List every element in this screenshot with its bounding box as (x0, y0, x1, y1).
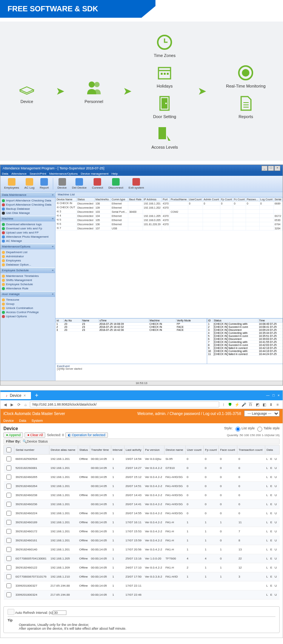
row-checkbox[interactable] (6, 565, 11, 570)
machine-list-grid[interactable]: Device NameStatusMachineNo.Comm.typeBaud… (55, 197, 283, 318)
row-checkbox[interactable] (6, 493, 11, 498)
sidebar-item[interactable]: Unlock Combination (0, 306, 55, 310)
sidebar-item[interactable]: Usb Disk Manage (0, 211, 55, 215)
row-checkbox[interactable] (6, 520, 11, 525)
shield-icon[interactable]: ⛊ (228, 402, 233, 407)
browser-tab[interactable]: ♪Device× (0, 392, 31, 399)
row-checkbox[interactable] (6, 574, 11, 579)
sidebar-item[interactable]: Download attendance logs (0, 222, 55, 226)
toolbar-disconnect[interactable]: Disconnect (106, 177, 126, 190)
row-checkbox[interactable] (6, 583, 11, 588)
sidebar-item[interactable]: Database Option... (0, 263, 55, 267)
sidebar-item[interactable]: Upload user info and FP (0, 231, 55, 235)
sidebar-item[interactable]: Department List (0, 250, 55, 254)
ext1-icon[interactable]: ◩ (255, 402, 260, 407)
new-tab-button[interactable]: + (31, 392, 42, 399)
menu-item[interactable]: Device (3, 419, 14, 423)
row-checkbox[interactable] (6, 466, 11, 470)
row-checkbox[interactable] (6, 538, 11, 543)
menu-item[interactable]: System (32, 419, 43, 423)
menu-item[interactable]: Data (2, 172, 8, 175)
ext2-icon[interactable]: ◧ (261, 402, 267, 407)
sidebar-item[interactable]: AC Manage (0, 239, 55, 243)
row-checkbox[interactable] (6, 456, 11, 461)
operation-button[interactable]: ◐ Operation for selected (65, 432, 108, 438)
panel-header[interactable]: Employee Schedule« (0, 267, 55, 273)
row-checkbox[interactable] (6, 556, 11, 561)
language-select[interactable]: --- Language --- (244, 410, 280, 417)
toolbar-employees[interactable]: Employees (2, 177, 22, 190)
minimize-button[interactable]: _ (261, 166, 268, 171)
url-input[interactable]: http://192.168.1.88:8082/iclock/data/icl… (30, 401, 219, 407)
toolbar-ac-log[interactable]: AC Log (22, 177, 37, 190)
sidebar-item[interactable]: Import Attendance Checking Data (0, 198, 55, 203)
sidebar-item[interactable]: Access Control Privilege (0, 310, 55, 314)
log-grid[interactable]: IdAc-NoNamesTimeMachineVerify Mode123232… (55, 318, 207, 364)
report-icon (236, 94, 255, 113)
panel-header[interactable]: Maintenance/Options« (0, 244, 55, 249)
sidebar-item[interactable]: Timezone (0, 298, 55, 302)
sidebar-item[interactable]: Attendance Photo Management (0, 235, 55, 239)
close-tab-icon[interactable]: × (24, 393, 26, 398)
sidebar-item[interactable]: Employee Schedule (0, 282, 55, 286)
interval-input[interactable]: 30 (53, 610, 66, 615)
toolbar-exit-system[interactable]: Exit system (126, 177, 146, 190)
sidebar-item[interactable]: Employees (0, 258, 55, 263)
close-button[interactable]: × (274, 166, 280, 171)
sidebar-item[interactable]: Maintenance Timetables (0, 274, 55, 278)
sidebar-item[interactable]: Group (0, 302, 55, 306)
options-icon[interactable]: ⫶ (221, 402, 226, 407)
download-icon[interactable]: ⬇ (268, 402, 274, 407)
toolbar-report[interactable]: Report (37, 177, 51, 190)
clearall-button[interactable]: ● Clear All (25, 432, 45, 438)
sidebar-item[interactable]: Administrator (0, 254, 55, 258)
reload-icon[interactable]: ⟳ (16, 402, 22, 407)
list-style-radio[interactable] (235, 427, 240, 432)
row-checkbox[interactable] (6, 502, 11, 507)
minimize-icon[interactable]: — (266, 393, 269, 397)
toolbar-device[interactable]: Device (55, 177, 69, 190)
menu-item[interactable]: Data (19, 419, 26, 423)
share-icon[interactable]: 百 (248, 402, 253, 407)
row-checkbox[interactable] (6, 475, 11, 480)
sidebar-item[interactable]: Attendance Rule (0, 286, 55, 290)
sidebar-item[interactable]: Export Attendance Checking Data (0, 203, 55, 207)
sidebar-item[interactable]: Upload Options (0, 314, 55, 318)
menu-item[interactable]: Attendance (11, 172, 26, 175)
close-icon[interactable]: × (278, 393, 280, 397)
bolt-icon[interactable]: ⚡ (234, 402, 240, 407)
sidebar-item[interactable]: Backup Database (0, 207, 55, 211)
node-accesslevels: Access Levels (151, 124, 178, 149)
device-table[interactable]: Serial numberDevice alias nameStatusTran… (3, 445, 280, 599)
filter-device-status[interactable]: Device Status (27, 440, 48, 443)
filter-bar: Filter By: 🔍Device Status (3, 438, 280, 444)
menu-item[interactable]: Maintenance/Options (49, 172, 78, 175)
home-icon[interactable]: ⌂ (23, 402, 28, 407)
node-doorsetting: Door Setting (153, 94, 176, 119)
row-checkbox[interactable] (6, 547, 11, 552)
menu-icon[interactable]: ≡ (275, 402, 280, 407)
sidebar-item[interactable]: Shifts Management (0, 278, 55, 282)
table-style-radio[interactable] (257, 427, 262, 432)
menu-item[interactable]: Search/Print (29, 172, 46, 175)
row-checkbox[interactable] (6, 529, 11, 534)
maximize-icon[interactable]: □ (272, 393, 274, 397)
panel-header[interactable]: Data Maintenance« (0, 192, 55, 198)
menu-item[interactable]: Help (111, 172, 117, 175)
maximize-button[interactable]: □ (268, 166, 274, 171)
panel-header[interactable]: Machine« (0, 216, 55, 221)
row-checkbox[interactable] (6, 484, 11, 489)
status-grid[interactable]: IDStatusTime1[CHECK IN] Connecting with:… (207, 318, 283, 364)
svg-point-10 (165, 103, 167, 104)
toolbar-del-device[interactable]: Del Device (70, 177, 89, 190)
toolbar-connect[interactable]: Connect (89, 177, 105, 190)
mic-icon[interactable]: 🎤 (241, 402, 246, 407)
row-checkbox[interactable] (6, 592, 11, 597)
menu-item[interactable]: Device management (81, 172, 108, 175)
panel-header[interactable]: door manage« (0, 291, 55, 297)
sidebar-item[interactable]: Download user info and Fp (0, 226, 55, 231)
append-button[interactable]: ● Append (3, 432, 23, 438)
forward-icon[interactable]: ▶ (9, 402, 15, 407)
row-checkbox[interactable] (6, 511, 11, 516)
back-icon[interactable]: ◀ (3, 402, 8, 407)
